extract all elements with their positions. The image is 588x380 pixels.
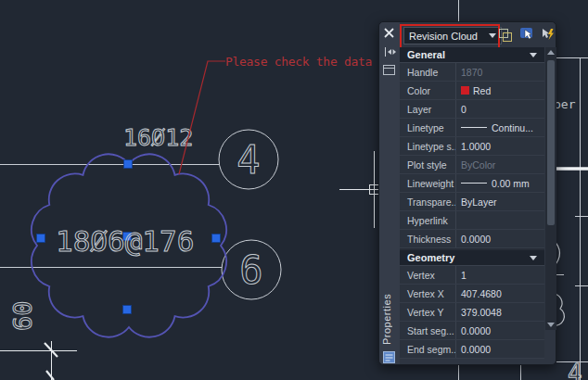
dimension-left[interactable] — [0, 341, 77, 380]
property-row-lineweight: Lineweight 0.00 mm — [400, 174, 544, 193]
property-label: Plot style — [400, 156, 455, 173]
property-value[interactable]: ByLayer — [455, 193, 544, 210]
property-row-vertex: Vertex 1 — [400, 266, 544, 285]
property-label: Vertex Y — [400, 303, 455, 321]
fragment-number-bottom: 4 — [568, 360, 582, 380]
crosshair-cursor — [339, 151, 379, 228]
pickadd-toggle-icon[interactable] — [498, 28, 513, 43]
property-row-handle: Handle 1870 — [400, 63, 544, 82]
rebar-text-cloud[interactable]: 18Ø6@176 — [56, 224, 194, 258]
property-label: Start seg... — [400, 322, 455, 339]
property-value[interactable] — [455, 211, 544, 229]
property-row-start-segment: Start seg... 0.0000 — [400, 322, 544, 340]
property-value[interactable]: 1.0000 — [455, 137, 544, 155]
markup-note-text[interactable]: Please check the data — [225, 55, 372, 69]
fragment-text-ber: ber — [554, 97, 576, 111]
property-row-hyperlink: Hyperlink — [400, 211, 544, 230]
property-row-end-segment: End segm... 0.0000 — [400, 340, 544, 359]
dimension-text-60[interactable]: 60 — [8, 300, 37, 331]
palette-body: Revision Cloud General Handle — [400, 22, 556, 364]
dimension-tick — [46, 371, 54, 380]
property-value[interactable]: 0.0000 — [455, 322, 544, 339]
property-label: Handle — [400, 63, 455, 81]
select-objects-icon[interactable] — [519, 27, 534, 42]
property-value[interactable]: 0.0000 — [455, 230, 544, 247]
property-row-color: Color Red — [400, 82, 544, 100]
property-value: ByColor — [455, 156, 544, 173]
section-title: General — [407, 49, 445, 60]
cad-application-window: 16Ø12 18Ø6@176 60 4 6 ber 4 Please check… — [0, 0, 588, 380]
property-label: Layer — [400, 100, 455, 118]
property-value[interactable]: 1 — [455, 266, 544, 284]
section-header-geometry[interactable]: Geometry — [400, 250, 544, 266]
property-row-transparency: Transpare... ByLayer — [400, 193, 544, 211]
property-row-thickness: Thickness 0.0000 — [400, 230, 544, 248]
property-row-layer: Layer 0 — [400, 100, 544, 119]
property-label: Transpare... — [400, 193, 455, 210]
property-label: End segm... — [400, 340, 455, 358]
scroll-up-icon[interactable] — [547, 50, 555, 55]
grip-right[interactable] — [212, 234, 221, 243]
property-value[interactable]: 0.0000 — [455, 340, 544, 358]
property-row-vertex-x: Vertex X 407.4680 — [400, 285, 544, 303]
lineweight-line-sample — [461, 183, 487, 184]
property-label: Lineweight — [400, 174, 455, 192]
palette-menu-icon[interactable] — [383, 65, 395, 75]
properties-tab-icon — [383, 351, 395, 363]
annotation-highlight-box — [400, 24, 500, 49]
property-label: Color — [400, 82, 455, 99]
auto-hide-icon[interactable] — [383, 46, 396, 57]
section-title: Geometry — [407, 252, 454, 263]
property-row-linetype: Linetype Continu... — [400, 119, 544, 137]
property-value[interactable]: 407.4680 — [455, 285, 544, 302]
scrollbar-thumb[interactable] — [547, 60, 555, 225]
palette-title-bar[interactable]: Properties — [379, 22, 400, 364]
quick-select-icon[interactable] — [540, 27, 556, 42]
property-label: Linetype s... — [400, 137, 455, 155]
bubble-number-top[interactable]: 4 — [236, 137, 260, 183]
chevron-down-icon — [530, 256, 537, 260]
linetype-line-sample — [461, 127, 487, 128]
property-row-linetype-scale: Linetype s... 1.0000 — [400, 137, 544, 156]
properties-grid: General Handle 1870 Color Red Layer 0 — [400, 47, 544, 359]
property-row-plot-style: Plot style ByColor — [400, 156, 544, 174]
property-value[interactable]: 379.0048 — [455, 303, 544, 321]
property-value[interactable]: 0.00 mm — [455, 174, 544, 192]
property-label: Thickness — [400, 230, 455, 247]
chevron-down-icon — [530, 53, 537, 57]
scroll-down-icon[interactable] — [547, 323, 555, 327]
property-label: Vertex X — [400, 285, 455, 302]
property-value[interactable]: 0 — [455, 100, 544, 118]
markup-leader-line[interactable] — [179, 61, 225, 174]
property-row-vertex-y: Vertex Y 379.0048 — [400, 303, 544, 322]
property-label: Vertex — [400, 266, 455, 284]
close-icon[interactable] — [383, 27, 395, 39]
bubble-number-bottom[interactable]: 6 — [239, 247, 262, 293]
section-header-general[interactable]: General — [400, 47, 544, 63]
grip-left[interactable] — [37, 234, 45, 243]
properties-palette: Properties Revision Cloud — [378, 21, 556, 365]
grip-bottom[interactable] — [123, 306, 132, 314]
palette-tab-label[interactable]: Properties — [381, 284, 397, 345]
property-label: Hyperlink — [400, 211, 455, 229]
palette-scrollbar[interactable] — [545, 47, 556, 330]
grip-top[interactable] — [124, 160, 133, 169]
color-swatch — [461, 86, 469, 95]
property-value[interactable]: Red — [455, 82, 544, 99]
property-value: 1870 — [455, 63, 544, 81]
property-label: Linetype — [400, 119, 455, 136]
rebar-text-top[interactable]: 16Ø12 — [123, 124, 193, 151]
property-value[interactable]: Continu... — [455, 119, 544, 136]
